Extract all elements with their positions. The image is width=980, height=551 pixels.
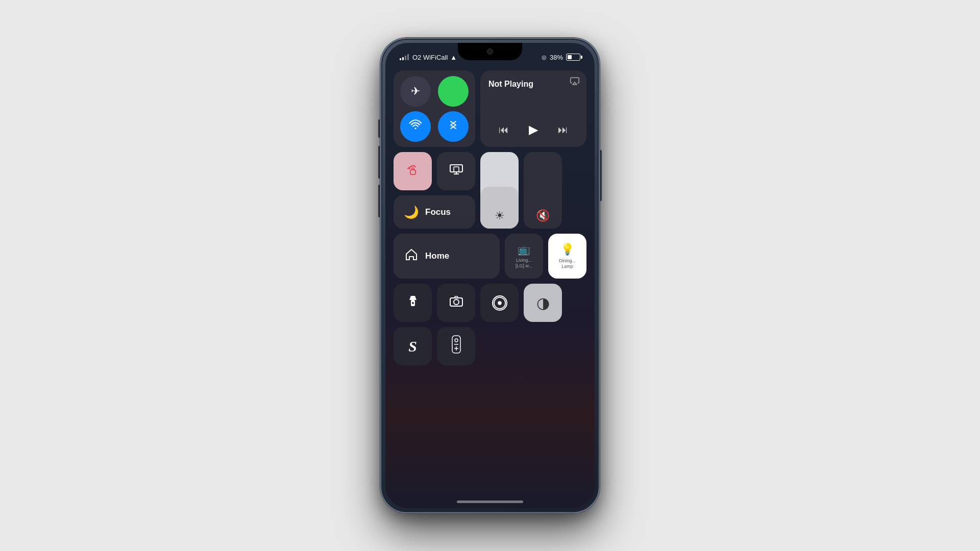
phone-screen: O2 WiFiCall ▲ ◎ 38% [385,43,595,508]
camera-icon [449,294,463,312]
battery-icon [566,54,580,61]
flashlight-icon [406,294,420,312]
dining-lamp-button[interactable]: 💡 Dining...Lamp [548,234,586,279]
home-button[interactable]: Home [394,234,500,279]
svg-point-0 [414,128,416,129]
focus-button[interactable]: 🌙 Focus [394,195,475,229]
shazam-button[interactable]: S [394,327,432,365]
connectivity-block[interactable]: ✈ [394,70,475,147]
tv-icon: 📺 [518,243,530,256]
remote-control-button[interactable] [437,327,475,365]
battery-percent: 38% [550,54,563,61]
svg-point-15 [455,339,458,342]
airplane-mode-button[interactable]: ✈ [400,76,431,107]
rotation-lock-icon [404,161,422,182]
row-lock-mirror [394,152,475,190]
row-home: Home 📺 Living...[LG] w... 💡 Dining...Lam… [394,234,586,279]
row-bottom-icons: ◑ [394,284,586,322]
bluetooth-icon [448,118,459,135]
row-shortcuts-sliders: 🌙 Focus ☀ 🔇 [394,152,586,229]
media-title: Not Playing [488,80,578,89]
phone-mockup: O2 WiFiCall ▲ ◎ 38% [380,38,600,513]
volume-slider[interactable]: 🔇 [524,152,562,229]
brightness-slider[interactable]: ☀ [480,152,519,229]
status-left: O2 WiFiCall ▲ [400,54,457,61]
lamp-label: Dining...Lamp [559,258,576,269]
left-shortcuts: 🌙 Focus [394,152,475,229]
rewind-button[interactable]: ⏮ [496,121,512,139]
screen-mirror-icon [449,162,464,181]
svg-rect-4 [450,165,462,172]
row-connectivity-media: ✈ [394,70,586,147]
screen-rotation-lock-button[interactable] [394,152,432,190]
remote-icon [450,335,462,357]
wifi-status-icon: ▲ [450,54,457,61]
wifi-icon [409,118,422,134]
focus-label: Focus [425,207,451,217]
svg-rect-3 [410,170,415,174]
front-camera [487,48,493,55]
signal-bars [400,54,409,60]
dark-mode-icon: ◑ [536,294,550,312]
home-label: Home [425,251,449,261]
tv-label: Living...[LG] w... [516,258,532,269]
svg-marker-1 [573,82,577,85]
svg-point-11 [454,299,459,305]
svg-point-13 [498,301,501,305]
airplane-icon: ✈ [411,85,420,98]
wifi-button[interactable] [400,111,431,142]
qr-scanner-button[interactable] [480,284,519,322]
control-center: ✈ [394,70,586,365]
media-player-block[interactable]: Not Playing ⏮ ▶ ⏭ [480,70,586,147]
qr-icon [492,295,507,311]
phone-frame: O2 WiFiCall ▲ ◎ 38% [380,38,600,513]
home-icon [404,247,419,266]
power-button[interactable] [600,150,602,201]
notch [458,43,522,60]
screen-mirror-button[interactable] [437,152,475,190]
mute-icon: 🔇 [536,209,550,222]
battery-fill [568,55,572,59]
cellular-button[interactable] [438,76,469,107]
svg-point-9 [412,302,414,304]
fast-forward-button[interactable]: ⏭ [555,121,571,139]
brightness-icon: ☀ [495,209,505,222]
carrier-label: O2 WiFiCall [412,54,448,61]
media-controls: ⏮ ▶ ⏭ [488,119,578,140]
location-icon: ◎ [542,54,547,61]
home-indicator[interactable] [457,500,523,503]
flashlight-button[interactable] [394,284,432,322]
row-extra-icons: S [394,327,586,365]
living-room-tv-button[interactable]: 📺 Living...[LG] w... [505,234,543,279]
dark-mode-button[interactable]: ◑ [524,284,562,322]
play-button[interactable]: ▶ [526,119,541,140]
lamp-icon: 💡 [560,243,574,256]
moon-icon: 🌙 [404,205,419,219]
sliders-column: ☀ 🔇 [480,152,586,229]
status-right: ◎ 38% [542,54,580,61]
bluetooth-button[interactable] [438,111,469,142]
airplay-icon[interactable] [570,77,579,87]
camera-button[interactable] [437,284,475,322]
svg-rect-5 [454,167,459,172]
shazam-icon: S [408,338,417,355]
